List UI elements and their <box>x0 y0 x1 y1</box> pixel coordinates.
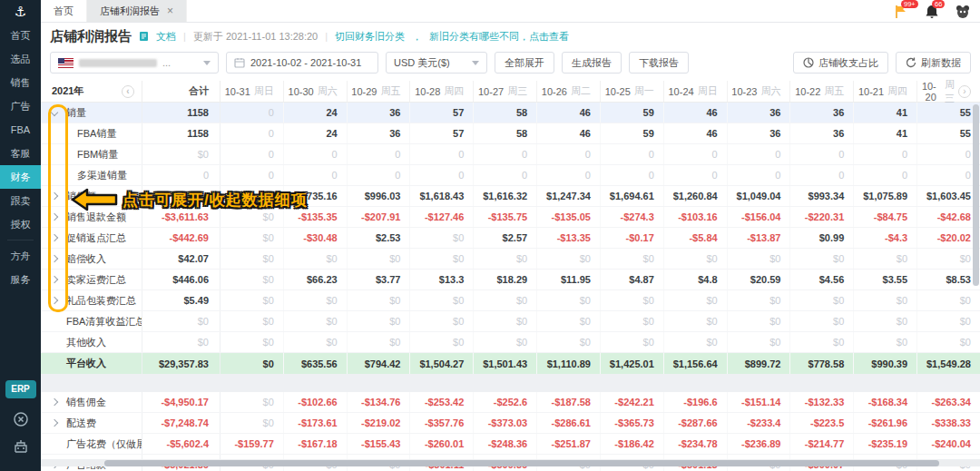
table-row: 多渠道销量0000000000000 <box>41 165 980 186</box>
sidebar-item-9[interactable]: 方舟 <box>0 244 41 268</box>
value-cell: -$84.75 <box>854 207 917 227</box>
row-label: 配送费 <box>41 413 142 433</box>
row-total-cell: -$442.69 <box>142 228 220 248</box>
value-cell: -$155.43 <box>348 434 411 454</box>
sidebar-item-8[interactable]: 授权 <box>0 212 41 236</box>
sidebar-item-10[interactable]: 服务 <box>0 268 41 291</box>
value-cell: 0 <box>790 144 854 164</box>
generate-report-button[interactable]: 生成报告 <box>562 52 622 74</box>
value-cell: $1,549.28 <box>917 353 980 374</box>
row-total-cell: $29,357.83 <box>142 353 220 374</box>
value-cell: 41 <box>854 123 917 143</box>
column-header: 10-23周六 <box>728 81 791 102</box>
sidebar-item-1[interactable]: 选品 <box>0 47 41 71</box>
expand-chevron-icon[interactable] <box>51 234 58 241</box>
table-row: 销量115802436575846594636364155 <box>41 103 980 123</box>
sidebar-item-3[interactable]: 广告 <box>0 94 41 118</box>
value-cell: $0 <box>410 249 474 269</box>
expand-chevron-icon[interactable] <box>51 192 58 200</box>
expand-all-button[interactable]: 全部展开 <box>495 52 554 74</box>
value-cell: 0 <box>664 165 728 185</box>
value-cell: $0 <box>410 290 474 310</box>
topbar-right: 99+ 66 <box>893 0 971 23</box>
value-cell: 0 <box>410 144 474 164</box>
notification-bell-icon[interactable]: 66 <box>924 4 940 20</box>
category-diff-link[interactable]: 新旧分类有哪些不同，点击查看 <box>429 30 569 44</box>
value-cell: 0 <box>601 144 664 164</box>
value-cell: -$236.89 <box>728 434 791 454</box>
value-cell: 0 <box>790 165 854 185</box>
value-cell: -$132.33 <box>790 392 854 412</box>
currency-select[interactable]: USD 美元($) <box>386 52 487 74</box>
expand-chevron-icon[interactable] <box>51 297 58 304</box>
value-cell: 58 <box>474 103 537 123</box>
value-cell: $0 <box>220 311 284 331</box>
app-logo-captain-icon[interactable]: ⚓ <box>0 0 41 24</box>
value-cell: 0 <box>220 103 284 123</box>
sidebar-item-6[interactable]: 财务 <box>0 165 41 189</box>
expand-chevron-icon[interactable] <box>51 213 58 221</box>
switch-old-category-link[interactable]: 切回财务旧分类 <box>335 30 405 44</box>
value-cell: -$196.6 <box>664 392 728 412</box>
help-circle-icon[interactable] <box>13 411 29 427</box>
service-building-icon[interactable] <box>13 438 29 455</box>
table-row: 卖家运费汇总$446.06$0$66.23$3.77$13.3$18.29$11… <box>41 270 980 290</box>
shop-ratio-button[interactable]: 店铺收支占比 <box>793 52 888 74</box>
value-cell: $0 <box>728 332 791 352</box>
row-total-cell: -$5,602.4 <box>142 434 220 454</box>
value-cell: -$214.77 <box>790 434 854 454</box>
table-row: FBA清算收益汇总$0$0$0$0$0$0$0$0$0$0$0$0$0 <box>41 311 980 332</box>
sidebar-item-5[interactable]: 客服 <box>0 142 41 165</box>
store-select[interactable]: ... <box>50 52 219 74</box>
download-report-button[interactable]: 下载报告 <box>629 52 689 74</box>
expand-chevron-icon[interactable] <box>51 276 58 283</box>
prev-page-icon[interactable]: ‹ <box>122 85 134 98</box>
value-cell: $635.56 <box>284 353 348 374</box>
value-cell: $0 <box>284 311 348 331</box>
value-cell: $0 <box>854 249 917 269</box>
tab-home[interactable]: 首页 <box>41 0 87 22</box>
value-cell: $0 <box>854 290 917 310</box>
user-avatar[interactable] <box>955 4 971 20</box>
value-cell: $1,616.32 <box>474 186 537 206</box>
expand-chevron-icon[interactable] <box>51 255 58 262</box>
sidebar-item-0[interactable]: 首页 <box>0 24 41 47</box>
value-cell: -$4.3 <box>854 228 917 248</box>
sidebar-item-7[interactable]: 跟卖 <box>0 189 41 212</box>
erp-button[interactable]: ERP <box>5 380 36 398</box>
refresh-data-button[interactable]: 刷新数据 <box>896 52 971 74</box>
value-cell: -$135.05 <box>537 207 601 227</box>
value-cell: $3.77 <box>348 270 411 289</box>
value-cell: -$151.14 <box>728 392 791 412</box>
value-cell: $0.99 <box>790 228 854 248</box>
expand-chevron-icon[interactable] <box>51 398 58 406</box>
horizontal-scrollbar-track[interactable] <box>41 459 980 466</box>
value-cell: $1,504.27 <box>410 353 474 374</box>
value-cell: $0 <box>790 332 854 352</box>
close-tab-icon[interactable]: × <box>167 5 173 16</box>
value-cell: $990.39 <box>854 353 917 374</box>
next-page-icon[interactable]: › <box>958 85 971 98</box>
value-cell: $0 <box>917 311 980 331</box>
value-cell: $993.34 <box>790 186 854 206</box>
value-cell: 57 <box>410 123 474 143</box>
sidebar-item-4[interactable]: FBA <box>0 118 41 142</box>
vertical-scrollbar[interactable] <box>973 104 979 286</box>
horizontal-scrollbar-thumb[interactable] <box>104 460 939 466</box>
value-cell: 36 <box>728 103 791 123</box>
date-range-value: 2021-10-02 - 2021-10-31 <box>250 57 361 68</box>
column-header: 10-26周二 <box>537 81 601 102</box>
value-cell: $0 <box>474 290 537 310</box>
year-header-cell: 2021年‹ <box>41 81 142 102</box>
value-cell: 0 <box>917 144 980 164</box>
table-row: 销售佣金-$4,950.17$0-$102.66-$134.76-$253.42… <box>41 392 980 413</box>
date-range-input[interactable]: 2021-10-02 - 2021-10-31 <box>226 52 378 74</box>
announcement-flag-icon[interactable]: 99+ <box>893 4 909 20</box>
collapse-chevron-icon[interactable] <box>51 109 58 116</box>
tab-profit-report[interactable]: 店铺利润报告 × <box>87 0 187 22</box>
doc-link[interactable]: 文档 <box>156 30 176 44</box>
row-total-cell: $0 <box>142 144 220 164</box>
expand-chevron-icon[interactable] <box>51 419 58 427</box>
value-cell: 36 <box>348 103 411 123</box>
sidebar-item-2[interactable]: 销售 <box>0 71 41 94</box>
